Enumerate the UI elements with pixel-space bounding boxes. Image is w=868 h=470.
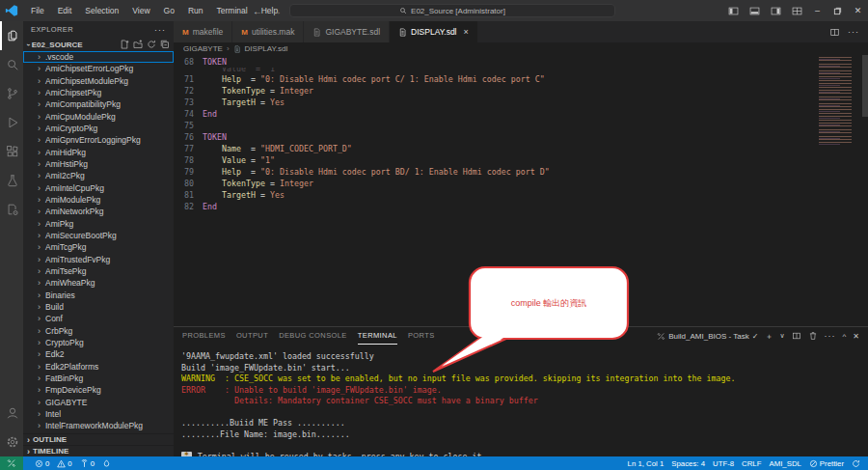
minimize-button[interactable]: –: [807, 0, 827, 21]
activity-source-control[interactable]: [0, 79, 23, 108]
activity-remote-explorer[interactable]: [0, 195, 23, 224]
tree-item-binaries[interactable]: ›Binaries: [23, 290, 174, 301]
tree-item-amicompatibilitypkg[interactable]: ›AmiCompatibilityPkg: [23, 98, 174, 110]
status-language-mode[interactable]: AMI_SDL: [765, 459, 804, 468]
refresh-explorer-icon[interactable]: [147, 40, 156, 49]
split-terminal-icon[interactable]: [792, 331, 801, 341]
activity-account[interactable]: [0, 399, 23, 428]
tree-item-amiintelcpupkg[interactable]: ›AmiIntelCpuPkg: [23, 182, 174, 194]
close-panel-icon[interactable]: ✕: [853, 332, 859, 341]
close-tab-icon[interactable]: ×: [464, 27, 469, 37]
panel-tab-output[interactable]: OUTPUT: [236, 327, 268, 345]
tree-item-amitcgpkg[interactable]: ›AmiTcgPkg: [23, 241, 174, 253]
menu-view[interactable]: View: [125, 0, 156, 21]
outline-section[interactable]: › OUTLINE: [23, 433, 174, 445]
back-arrow-icon[interactable]: ←: [253, 6, 262, 16]
tree-item-amii2cpkg[interactable]: ›AmiI2cPkg: [23, 170, 174, 181]
tree-item-cryptopkg[interactable]: ›CryptoPkg: [23, 337, 174, 348]
tree-item-amipkg[interactable]: ›AmiPkg: [23, 218, 174, 230]
status-task-status[interactable]: [98, 459, 115, 468]
tab-gigabyte-sdl[interactable]: GIGABYTE.sdl: [304, 21, 390, 42]
status-encoding[interactable]: UTF-8: [709, 459, 738, 468]
menu-file[interactable]: File: [24, 0, 51, 21]
editor-more-actions-icon[interactable]: ···: [848, 27, 859, 37]
status-indentation[interactable]: Spaces: 4: [667, 459, 709, 468]
status-eol[interactable]: CRLF: [738, 459, 765, 468]
terminal-dropdown-icon[interactable]: ∨: [779, 332, 784, 340]
tree-item-aminetworkpkg[interactable]: ›AmiNetworkPkg: [23, 206, 174, 217]
tree-item-edk2[interactable]: ›Edk2: [23, 348, 174, 360]
workspace-section-header[interactable]: › E02_SOURCE: [23, 38, 174, 51]
editor-scrollbar[interactable]: [862, 55, 868, 117]
customize-layout-icon[interactable]: [786, 0, 807, 21]
tree-item-amichipseterrorlogpkg[interactable]: ›AmiChipsetErrorLogPkg: [23, 63, 174, 74]
remote-indicator[interactable]: [0, 456, 23, 470]
tree-item-amicpumodulepkg[interactable]: ›AmiCpuModulePkg: [23, 111, 174, 123]
new-file-icon[interactable]: [120, 40, 129, 49]
tree-item-vscode[interactable]: ›.vscode: [23, 51, 174, 63]
status-warnings[interactable]: 0: [53, 459, 75, 468]
breadcrumb[interactable]: GIGABYTE › DISPLAY.sdl: [174, 42, 868, 55]
toggle-panel-icon[interactable]: [744, 0, 765, 21]
toggle-primary-sidebar-icon[interactable]: [722, 0, 744, 21]
tree-item-build[interactable]: ›Build: [23, 301, 174, 313]
tree-item-amihstipkg[interactable]: ›AmiHstiPkg: [23, 158, 174, 170]
tree-item-amichipsetpkg[interactable]: ›AmiChipsetPkg: [23, 87, 174, 98]
activity-extensions[interactable]: [0, 137, 23, 166]
tree-item-amigpnverrorloggingpkg[interactable]: ›AmiGpnvErrorLoggingPkg: [23, 134, 174, 146]
activity-search[interactable]: [0, 50, 23, 79]
forward-arrow-icon[interactable]: →: [272, 6, 282, 16]
status-formatter[interactable]: Prettier: [805, 459, 848, 468]
menu-go[interactable]: Go: [157, 0, 181, 21]
restore-button[interactable]: [827, 0, 848, 21]
terminal-output[interactable]: '9AAMA_fwupdate.xml' loaded successfully…: [174, 345, 868, 456]
panel-tab-terminal[interactable]: TERMINAL: [358, 327, 397, 345]
tab-display-sdl[interactable]: DISPLAY.sdl×: [390, 21, 478, 42]
menu-run[interactable]: Run: [181, 0, 210, 21]
minimap[interactable]: [815, 57, 860, 146]
tree-item-amisecurebootpkg[interactable]: ›AmiSecureBootPkg: [23, 230, 174, 241]
menu-edit[interactable]: Edit: [51, 0, 79, 21]
tree-item-intel[interactable]: ›Intel: [23, 408, 174, 420]
maximize-panel-icon[interactable]: ^: [843, 332, 847, 341]
code-editor[interactable]: 68TOKEN Value = "1"71 Help = "0: Disable…: [174, 55, 868, 326]
status-ports-forwarded[interactable]: 0: [76, 459, 98, 468]
timeline-section[interactable]: › TIMELINE: [23, 445, 174, 456]
menu-terminal[interactable]: Terminal: [210, 0, 255, 21]
explorer-more-actions-icon[interactable]: ···: [154, 25, 166, 35]
tab-makefile[interactable]: Mmakefile: [174, 21, 232, 42]
tree-item-amihidpkg[interactable]: ›AmiHidPkg: [23, 147, 174, 158]
tree-item-intelframeworkmodulepkg[interactable]: ›IntelFrameworkModulePkg: [23, 420, 174, 431]
breadcrumb-folder[interactable]: GIGABYTE: [183, 44, 223, 53]
new-folder-icon[interactable]: [133, 40, 143, 49]
breadcrumb-file[interactable]: DISPLAY.sdl: [245, 44, 288, 53]
panel-tab-ports[interactable]: PORTS: [408, 327, 435, 345]
collapse-folders-icon[interactable]: [160, 40, 170, 49]
toggle-secondary-sidebar-icon[interactable]: [765, 0, 786, 21]
tree-item-fmpdevicepkg[interactable]: ›FmpDevicePkg: [23, 384, 174, 396]
kill-terminal-icon[interactable]: [808, 331, 818, 341]
tree-item-amiwheapkg[interactable]: ›AmiWheaPkg: [23, 277, 174, 289]
new-terminal-icon[interactable]: ＋: [765, 331, 773, 342]
tab-utilities-mak[interactable]: Mutilities.mak: [232, 21, 304, 42]
tree-item-crbpkg[interactable]: ›CrbPkg: [23, 325, 174, 337]
tree-item-conf[interactable]: ›Conf: [23, 313, 174, 324]
tree-item-amicryptopkg[interactable]: ›AmiCryptoPkg: [23, 123, 174, 134]
tree-item-edk2platforms[interactable]: ›Edk2Platforms: [23, 361, 174, 373]
panel-tab-problems[interactable]: PROBLEMS: [182, 327, 226, 345]
tree-item-amitsepkg[interactable]: ›AmiTsePkg: [23, 265, 174, 277]
activity-testing[interactable]: [0, 166, 23, 195]
menu-selection[interactable]: Selection: [78, 0, 125, 21]
status-cursor-position[interactable]: Ln 1, Col 1: [624, 459, 668, 468]
status-errors[interactable]: 0: [31, 459, 53, 468]
command-center-search[interactable]: E02_Source [Administrator]: [289, 4, 615, 17]
tree-item-gigabyte[interactable]: ›GIGABYTE: [23, 397, 174, 408]
activity-explorer[interactable]: [0, 21, 23, 50]
terminal-instance[interactable]: Build_AMI_BIOS - Task ✓: [657, 332, 758, 341]
status-sync[interactable]: [848, 459, 864, 468]
tree-item-amimodulepkg[interactable]: ›AmiModulePkg: [23, 194, 174, 206]
activity-settings[interactable]: [0, 428, 23, 456]
tree-item-amichipsetmodulepkg[interactable]: ›AmiChipsetModulePkg: [23, 75, 174, 87]
activity-run-debug[interactable]: [0, 108, 23, 137]
panel-more-actions-icon[interactable]: ···: [825, 331, 836, 341]
